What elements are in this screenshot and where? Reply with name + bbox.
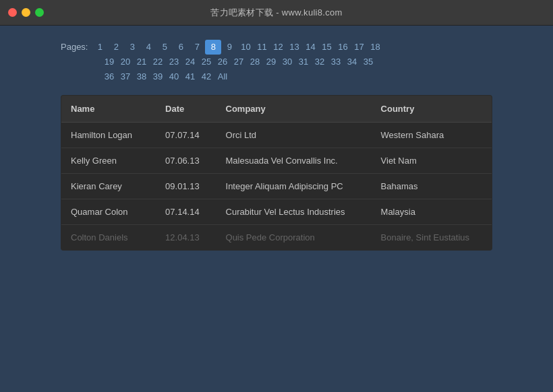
page-25[interactable]: 25 (198, 55, 214, 69)
table-row: Colton Daniels12.04.13Quis Pede Corporat… (61, 225, 492, 251)
pagination: Pages: 1 2 3 4 5 6 7 8 9 10 11 12 13 14 … (61, 39, 492, 84)
page-5[interactable]: 5 (156, 40, 173, 55)
page-21[interactable]: 21 (134, 55, 150, 69)
maximize-button[interactable] (35, 8, 44, 17)
page-3[interactable]: 3 (124, 40, 140, 55)
cell-date: 09.01.13 (156, 174, 216, 199)
col-header-country: Country (372, 96, 492, 123)
col-header-date: Date (156, 96, 216, 123)
page-30[interactable]: 30 (279, 55, 295, 69)
page-11[interactable]: 11 (254, 40, 270, 55)
page-35[interactable]: 35 (360, 55, 376, 69)
pagination-row-1: Pages: 1 2 3 4 5 6 7 8 9 10 11 12 13 14 … (61, 39, 492, 55)
page-37[interactable]: 37 (117, 69, 134, 84)
page-14[interactable]: 14 (302, 40, 318, 55)
page-9[interactable]: 9 (221, 40, 237, 55)
table-row: Hamilton Logan07.07.14Orci LtdWestern Sa… (61, 123, 492, 148)
page-34[interactable]: 34 (344, 55, 360, 69)
page-42[interactable]: 42 (198, 69, 214, 84)
cell-country: Western Sahara (372, 123, 492, 148)
data-table: Name Date Company Country Hamilton Logan… (61, 95, 492, 251)
cell-country: Viet Nam (372, 148, 492, 174)
page-12[interactable]: 12 (270, 40, 286, 55)
cell-date: 07.14.14 (156, 199, 216, 225)
col-header-company: Company (216, 96, 372, 123)
page-24[interactable]: 24 (182, 55, 198, 69)
page-23[interactable]: 23 (166, 55, 182, 69)
table-row: Quamar Colon07.14.14Curabitur Vel Lectus… (61, 199, 492, 225)
page-39[interactable]: 39 (150, 69, 166, 84)
cell-date: 07.06.13 (156, 148, 216, 174)
cell-company: Integer Aliquam Adipiscing PC (216, 174, 372, 199)
window-controls (8, 8, 44, 17)
cell-country: Bahamas (372, 174, 492, 199)
table-header-row: Name Date Company Country (61, 96, 492, 123)
cell-company: Orci Ltd (216, 123, 372, 148)
table-row: Kieran Carey09.01.13Integer Aliquam Adip… (61, 174, 492, 199)
cell-date: 12.04.13 (156, 225, 216, 251)
page-28[interactable]: 28 (247, 55, 263, 69)
page-10[interactable]: 10 (237, 40, 254, 55)
minimize-button[interactable] (22, 8, 30, 17)
page-16[interactable]: 16 (334, 40, 351, 55)
cell-company: Malesuada Vel Convallis Inc. (216, 148, 372, 174)
page-13[interactable]: 13 (286, 40, 302, 55)
page-2[interactable]: 2 (108, 40, 124, 55)
title-bar: 苦力吧素材下载 - www.kuli8.com (0, 0, 553, 26)
page-7[interactable]: 7 (189, 40, 205, 55)
page-22[interactable]: 22 (150, 55, 166, 69)
cell-name: Hamilton Logan (61, 123, 156, 148)
col-header-name: Name (61, 96, 156, 123)
page-20[interactable]: 20 (117, 55, 134, 69)
cell-country: Malaysia (372, 199, 492, 225)
page-27[interactable]: 27 (231, 55, 247, 69)
page-29[interactable]: 29 (263, 55, 279, 69)
page-38[interactable]: 38 (134, 69, 150, 84)
page-32[interactable]: 32 (312, 55, 328, 69)
close-button[interactable] (8, 8, 17, 17)
page-8[interactable]: 8 (205, 40, 221, 55)
pagination-label: Pages: (61, 39, 88, 55)
cell-company: Quis Pede Corporation (216, 225, 372, 251)
table-row: Kelly Green07.06.13Malesuada Vel Convall… (61, 148, 492, 174)
cell-name: Kelly Green (61, 148, 156, 174)
cell-company: Curabitur Vel Lectus Industries (216, 199, 372, 225)
cell-name: Colton Daniels (61, 225, 156, 251)
page-36[interactable]: 36 (101, 69, 117, 84)
page-15[interactable]: 15 (318, 40, 334, 55)
pagination-row-3: 36 37 38 39 40 41 42 All (61, 69, 492, 84)
page-all[interactable]: All (214, 69, 231, 84)
page-33[interactable]: 33 (328, 55, 344, 69)
page-31[interactable]: 31 (295, 55, 312, 69)
cell-name: Kieran Carey (61, 174, 156, 199)
page-4[interactable]: 4 (140, 40, 156, 55)
page-18[interactable]: 18 (367, 40, 383, 55)
page-40[interactable]: 40 (166, 69, 182, 84)
page-19[interactable]: 19 (101, 55, 117, 69)
pagination-row-2: 19 20 21 22 23 24 25 26 27 28 29 30 31 3… (61, 55, 492, 69)
window-title: 苦力吧素材下载 - www.kuli8.com (210, 7, 342, 19)
page-6[interactable]: 6 (173, 40, 189, 55)
page-17[interactable]: 17 (351, 40, 367, 55)
page-41[interactable]: 41 (182, 69, 198, 84)
main-content: Pages: 1 2 3 4 5 6 7 8 9 10 11 12 13 14 … (61, 39, 492, 251)
page-1[interactable]: 1 (92, 40, 108, 55)
cell-date: 07.07.14 (156, 123, 216, 148)
cell-country: Bonaire, Sint Eustatius (372, 225, 492, 251)
page-26[interactable]: 26 (214, 55, 231, 69)
cell-name: Quamar Colon (61, 199, 156, 225)
